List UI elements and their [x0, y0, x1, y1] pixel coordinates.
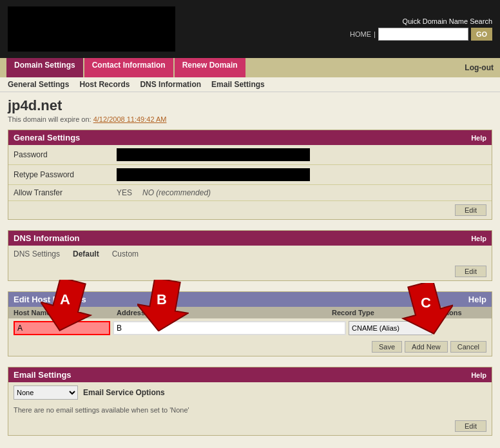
go-button[interactable]: GO: [471, 28, 492, 41]
logo: [8, 6, 175, 52]
search-input[interactable]: [378, 28, 468, 41]
email-service-select[interactable]: None: [14, 385, 78, 400]
host-records-header: Edit Host Records Help: [8, 292, 492, 307]
allow-transfer-label: Allow Transfer: [14, 188, 117, 197]
allow-transfer-options: YES NO (recommended): [117, 188, 486, 197]
address-input[interactable]: [113, 321, 346, 335]
general-settings-help[interactable]: Help: [471, 134, 486, 142]
col-address-header: Address: [117, 309, 332, 317]
tab-renew-domain[interactable]: Renew Domain: [175, 58, 245, 77]
host-records-body: Host Name Address Record Type Options CN…: [8, 307, 492, 356]
dns-info-section: DNS Information Help DNS Settings Defaul…: [8, 230, 492, 281]
hostname-input[interactable]: [14, 321, 110, 335]
dns-edit-row: Edit: [8, 262, 492, 280]
retype-password-value: [117, 168, 486, 181]
header-right: Quick Domain Name Search HOME | GO: [350, 17, 492, 41]
general-settings-edit-button[interactable]: Edit: [455, 204, 486, 216]
general-settings-header: General Settings Help: [8, 130, 492, 145]
email-settings-header: Email Settings Help: [8, 367, 492, 382]
dns-info-body: DNS Settings Default Custom Edit: [8, 246, 492, 280]
sub-nav: General Settings Host Records DNS Inform…: [0, 77, 500, 92]
password-row: Password: [8, 145, 492, 165]
add-new-button[interactable]: Add New: [405, 341, 448, 353]
general-settings-edit-row: Edit: [8, 201, 492, 219]
header-search-row: HOME | GO: [350, 28, 492, 41]
pipe-separator: |: [374, 30, 376, 38]
sub-nav-email-settings[interactable]: Email Settings: [211, 80, 265, 89]
general-settings-body: Password Retype Password Allow Transfer …: [8, 145, 492, 219]
nav-tabs-left: Domain Settings Contact Information Rene…: [6, 58, 245, 77]
main-content: jp4d.net This domain will expire on: 4/1…: [0, 92, 500, 448]
sub-nav-general-settings[interactable]: General Settings: [8, 80, 69, 89]
nav-tabs: Domain Settings Contact Information Rene…: [0, 58, 500, 77]
header: Quick Domain Name Search HOME | GO: [0, 0, 500, 58]
dns-settings-row: DNS Settings Default Custom: [8, 246, 492, 262]
host-table-header: Host Name Address Record Type Options: [8, 307, 492, 318]
quick-search-label: Quick Domain Name Search: [350, 17, 492, 25]
tab-contact-information[interactable]: Contact Information: [84, 58, 173, 77]
tab-domain-settings[interactable]: Domain Settings: [6, 58, 83, 77]
cancel-button[interactable]: Cancel: [450, 341, 486, 353]
dns-settings-label: DNS Settings: [14, 249, 60, 258]
email-edit-button[interactable]: Edit: [455, 420, 486, 432]
host-records-help[interactable]: Help: [468, 295, 486, 304]
email-info-row: There are no email settings available wh…: [8, 403, 492, 417]
col-hostname-header: Host Name: [14, 309, 117, 317]
transfer-no: NO (recommended): [142, 188, 211, 197]
host-actions-row: Save Add New Cancel: [8, 338, 492, 356]
dns-default-option[interactable]: Default: [73, 249, 99, 258]
password-field: [117, 148, 310, 161]
transfer-yes: YES: [117, 188, 132, 197]
email-settings-body: None Email Service Options There are no …: [8, 382, 492, 435]
sub-nav-dns-information[interactable]: DNS Information: [140, 80, 201, 89]
email-edit-row: Edit: [8, 417, 492, 435]
domain-name: jp4d.net: [8, 97, 492, 114]
record-type-select[interactable]: CNAME (Alias) A (Address) MX (Mail): [349, 321, 432, 335]
col-options-header: Options: [435, 309, 486, 317]
password-label: Password: [14, 150, 117, 159]
dns-info-help[interactable]: Help: [471, 235, 486, 242]
host-records-title: Edit Host Records: [14, 295, 86, 304]
email-select-row: None Email Service Options: [8, 382, 492, 403]
dns-info-title: DNS Information: [14, 233, 80, 243]
host-records-section: Edit Host Records Help Host Name Address…: [8, 291, 492, 356]
host-record-row: CNAME (Alias) A (Address) MX (Mail) A: [8, 318, 492, 338]
email-option-label: Email Service Options: [83, 388, 165, 397]
email-settings-section: Email Settings Help None Email Service O…: [8, 367, 492, 436]
logout-link[interactable]: Log-out: [465, 63, 494, 72]
retype-password-field: [117, 168, 310, 181]
home-link[interactable]: HOME: [350, 30, 371, 38]
sub-nav-host-records[interactable]: Host Records: [79, 80, 130, 89]
password-value: [117, 148, 486, 161]
dns-edit-button[interactable]: Edit: [455, 266, 486, 277]
retype-password-label: Retype Password: [14, 170, 117, 179]
col-recordtype-header: Record Type: [332, 309, 435, 317]
email-settings-help[interactable]: Help: [471, 371, 486, 379]
general-settings-section: General Settings Help Password Retype Pa…: [8, 130, 492, 220]
expire-date-link[interactable]: 4/12/2008 11:49:42 AM: [93, 115, 167, 123]
retype-password-row: Retype Password: [8, 165, 492, 185]
expire-text: This domain will expire on: 4/12/2008 11…: [8, 115, 492, 123]
email-settings-title: Email Settings: [14, 370, 72, 380]
allow-transfer-row: Allow Transfer YES NO (recommended): [8, 185, 492, 201]
dns-info-header: DNS Information Help: [8, 231, 492, 246]
save-button[interactable]: Save: [372, 341, 402, 353]
general-settings-title: General Settings: [14, 133, 80, 142]
dns-custom-option[interactable]: Custom: [112, 249, 139, 258]
